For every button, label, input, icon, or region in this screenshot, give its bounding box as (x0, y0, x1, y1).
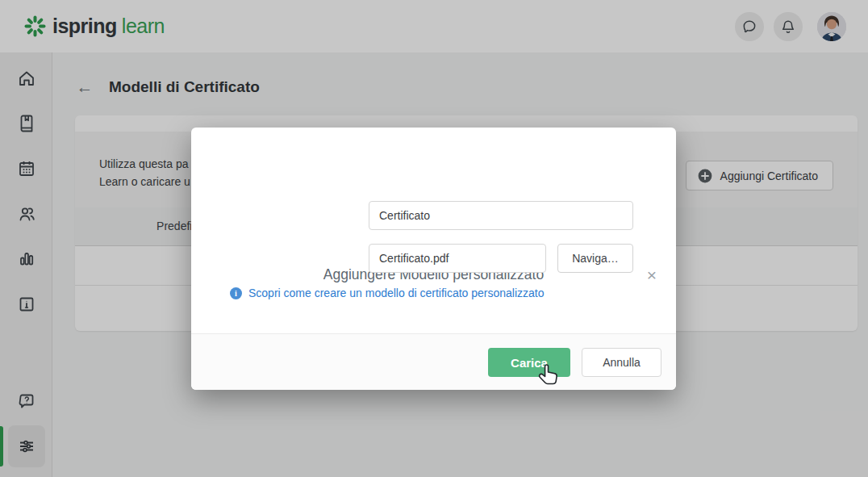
app-window: ispring learn (0, 0, 868, 477)
file-input[interactable] (369, 244, 546, 273)
browse-button[interactable]: Naviga… (557, 244, 633, 273)
mouse-cursor-hand-icon (537, 363, 561, 392)
info-icon: i (230, 287, 242, 299)
cancel-button[interactable]: Annulla (582, 348, 661, 377)
add-template-modal: Aggiungere Modello personalizzato × Tito… (191, 128, 676, 390)
modal-footer: Carica Annulla (191, 333, 676, 390)
help-link-row: i Scopri come creare un modello di certi… (230, 287, 545, 299)
close-icon[interactable]: × (641, 265, 663, 287)
title-input[interactable] (369, 201, 633, 230)
learn-more-link[interactable]: Scopri come creare un modello di certifi… (248, 287, 545, 299)
